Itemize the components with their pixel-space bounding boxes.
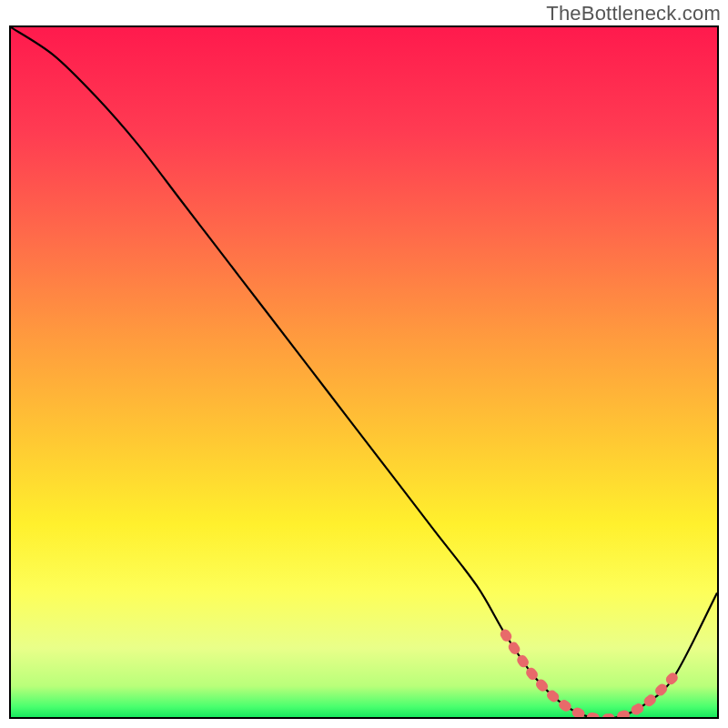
- watermark-text: TheBottleneck.com: [546, 2, 721, 25]
- optimal-range-highlight: [505, 634, 674, 717]
- curve-layer: [11, 27, 717, 717]
- chart-plot-area: [9, 25, 719, 719]
- bottleneck-curve: [11, 27, 717, 717]
